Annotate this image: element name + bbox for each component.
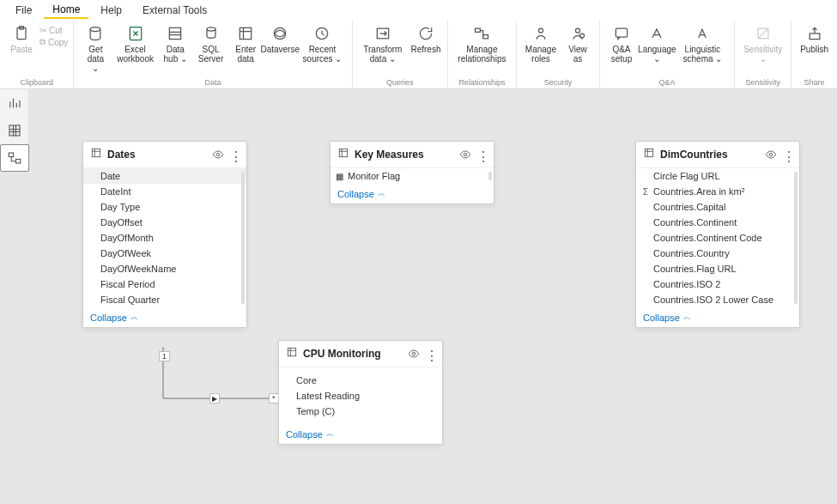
- model-canvas[interactable]: 1 ▶ * Dates ⋮ Date DateInt Day Type DayO…: [29, 89, 837, 504]
- field-item[interactable]: Countries.Continent Code: [636, 230, 799, 246]
- chevron-up-icon: ︿: [130, 312, 138, 323]
- svg-rect-19: [9, 153, 13, 157]
- linguistic-schema-button[interactable]: Linguistic schema ⌄: [676, 22, 729, 65]
- menu-home[interactable]: Home: [44, 2, 88, 19]
- svg-rect-15: [616, 28, 627, 37]
- field-item[interactable]: Latest Reading: [279, 388, 442, 404]
- ribbon-group-share: Publish Share: [792, 21, 837, 88]
- datahub-icon: [166, 24, 185, 43]
- group-label-sensitivity: Sensitivity: [745, 77, 780, 88]
- enter-data-button[interactable]: Enter data: [229, 22, 262, 65]
- group-label-relationships: Relationships: [458, 77, 505, 88]
- svg-rect-11: [483, 35, 488, 39]
- sql-server-button[interactable]: SQL Server: [194, 22, 227, 65]
- field-item[interactable]: Countries.Continent: [636, 215, 799, 230]
- menu-external-tools[interactable]: External Tools: [134, 3, 215, 18]
- field-item[interactable]: Temp (C): [279, 404, 442, 419]
- table-card-key-measures[interactable]: Key Measures ⋮ ▦Monitor Flag Collapse︿: [330, 141, 494, 204]
- cut-button[interactable]: ✂Cut: [39, 26, 68, 35]
- relationship-direction-icon[interactable]: ▶: [209, 393, 220, 404]
- manage-roles-button[interactable]: Manage roles: [522, 22, 560, 65]
- dataverse-button[interactable]: Dataverse: [264, 22, 296, 56]
- collapse-button[interactable]: Collapse︿: [331, 184, 494, 203]
- transform-icon: [373, 24, 392, 43]
- more-options-icon[interactable]: ⋮: [425, 348, 437, 360]
- field-item[interactable]: ▦Monitor Flag: [331, 168, 494, 184]
- ribbon-group-clipboard: Paste ✂Cut ⧉Copy Clipboard: [0, 21, 74, 88]
- recent-icon: [312, 24, 331, 43]
- field-item[interactable]: DayOfWeek: [83, 246, 246, 261]
- get-data-button[interactable]: Get data ⌄: [79, 22, 112, 75]
- field-item[interactable]: Date: [83, 168, 246, 184]
- field-item[interactable]: Day Type: [83, 199, 246, 215]
- scrollbar[interactable]: [488, 172, 492, 180]
- field-item[interactable]: Circle Flag URL: [636, 168, 799, 184]
- field-item[interactable]: DayOfMonth: [83, 230, 246, 246]
- field-item[interactable]: DayOfWeekName: [83, 261, 246, 276]
- data-view-button[interactable]: [0, 117, 29, 144]
- chevron-up-icon: ︿: [378, 188, 385, 199]
- copy-icon: ⧉: [39, 37, 45, 47]
- field-item[interactable]: Countries.ISO 2: [636, 276, 799, 292]
- ribbon: Paste ✂Cut ⧉Copy Clipboard Get data ⌄ Ex…: [0, 21, 837, 89]
- recent-sources-button[interactable]: Recent sources ⌄: [298, 22, 347, 65]
- excel-workbook-button[interactable]: Excel workbook: [113, 22, 156, 65]
- field-item[interactable]: Countries.Flag URL: [636, 261, 799, 276]
- group-label-security: Security: [544, 77, 573, 88]
- card-title: CPU Monitoring: [303, 348, 403, 360]
- ribbon-group-data: Get data ⌄ Excel workbook Data hub ⌄ SQL…: [74, 21, 352, 88]
- language-button[interactable]: Language ⌄: [640, 22, 675, 65]
- publish-button[interactable]: Publish: [797, 22, 832, 56]
- group-label-clipboard: Clipboard: [20, 77, 53, 88]
- manage-relationships-button[interactable]: Manage relationships: [453, 22, 511, 65]
- field-list: Date DateInt Day Type DayOffset DayOfMon…: [83, 168, 246, 307]
- ribbon-group-relationships: Manage relationships Relationships: [448, 21, 517, 88]
- sensitivity-button[interactable]: Sensitivity ⌄: [740, 22, 785, 65]
- more-options-icon[interactable]: ⋮: [782, 149, 794, 161]
- collapse-button[interactable]: Collapse︿: [279, 424, 442, 444]
- field-item[interactable]: Countries.ISO 2 Lower Case: [636, 292, 799, 307]
- collapse-button[interactable]: Collapse︿: [83, 307, 246, 327]
- field-item[interactable]: ΣCountries.Area in km²: [636, 184, 799, 199]
- field-item[interactable]: Fiscal Period: [83, 276, 246, 292]
- field-item[interactable]: DayOffset: [83, 215, 246, 230]
- collapse-button[interactable]: Collapse︿: [636, 307, 799, 327]
- menu-help[interactable]: Help: [92, 3, 130, 18]
- enterdata-icon: [236, 24, 255, 43]
- visibility-icon[interactable]: [408, 348, 420, 360]
- table-card-dimcountries[interactable]: DimCountries ⋮ Circle Flag URL ΣCountrie…: [635, 141, 800, 328]
- scrollbar[interactable]: [241, 172, 245, 304]
- report-view-button[interactable]: [0, 89, 29, 117]
- table-card-cpu-monitoring[interactable]: CPU Monitoring ⋮ Core Latest Reading Tem…: [278, 340, 443, 445]
- model-view-button[interactable]: [0, 144, 29, 172]
- visibility-icon[interactable]: [212, 149, 224, 161]
- transform-data-button[interactable]: Transform data ⌄: [358, 22, 408, 65]
- svg-point-2: [91, 27, 101, 32]
- table-card-dates[interactable]: Dates ⋮ Date DateInt Day Type DayOffset …: [82, 141, 247, 328]
- more-options-icon[interactable]: ⋮: [229, 149, 241, 161]
- data-hub-button[interactable]: Data hub ⌄: [159, 22, 192, 65]
- scrollbar[interactable]: [794, 172, 798, 304]
- svg-point-13: [575, 28, 579, 33]
- visibility-icon[interactable]: [765, 149, 777, 161]
- chevron-up-icon: ︿: [683, 312, 691, 323]
- paste-button[interactable]: Paste: [5, 22, 38, 56]
- table-icon: [643, 147, 655, 162]
- copy-button[interactable]: ⧉Copy: [39, 37, 68, 47]
- ribbon-group-qa: Q&A setup Language ⌄ Linguistic schema ⌄…: [600, 21, 735, 88]
- view-as-button[interactable]: View as: [561, 22, 594, 65]
- refresh-button[interactable]: Refresh: [409, 22, 442, 56]
- field-item[interactable]: DateInt: [83, 184, 246, 199]
- menu-file[interactable]: File: [7, 3, 40, 18]
- group-label-data: Data: [205, 77, 221, 88]
- field-item[interactable]: Core: [279, 373, 442, 388]
- visibility-icon[interactable]: [459, 149, 471, 161]
- field-item[interactable]: Fiscal Quarter: [83, 292, 246, 307]
- svg-rect-18: [9, 125, 20, 136]
- more-options-icon[interactable]: ⋮: [476, 149, 488, 161]
- field-list: ▦Monitor Flag: [331, 168, 494, 184]
- qa-setup-button[interactable]: Q&A setup: [605, 22, 638, 65]
- field-item[interactable]: Countries.Capital: [636, 199, 799, 215]
- field-item[interactable]: Countries.Country: [636, 246, 799, 261]
- language-icon: [647, 24, 666, 43]
